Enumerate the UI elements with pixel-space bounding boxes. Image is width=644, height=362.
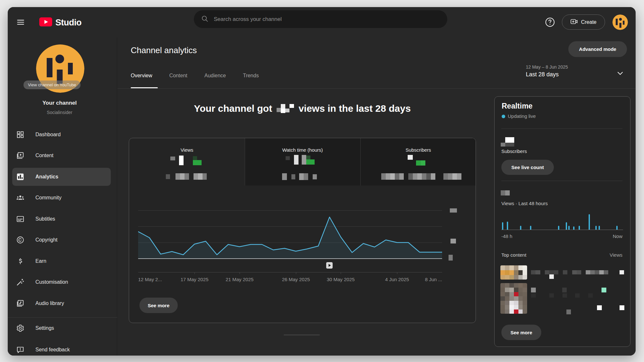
earn-dollar-icon — [16, 257, 24, 265]
view-channel-tooltip: View channel on YouTube — [24, 81, 80, 89]
sidebar: View channel on YouTube Your channel Soc… — [8, 37, 117, 356]
account-avatar[interactable] — [612, 14, 628, 30]
advanced-mode-button[interactable]: Advanced mode — [568, 41, 627, 57]
see-live-count-button[interactable]: See live count — [501, 160, 554, 175]
chevron-down-icon[interactable] — [616, 69, 624, 77]
realtime-bar — [520, 226, 521, 230]
page-title: Channel analytics — [131, 45, 197, 55]
tab-content[interactable]: Content — [169, 73, 187, 86]
redacted-watch-time-value — [286, 155, 316, 166]
x-axis-tick — [397, 272, 397, 274]
redacted-watch-time-comparison — [282, 173, 317, 180]
chart-see-more-button[interactable]: See more — [139, 298, 178, 313]
realtime-bar — [558, 226, 559, 230]
audio-library-icon — [16, 299, 24, 308]
x-axis-label: 17 May 2025 — [181, 277, 209, 282]
tab-overview[interactable]: Overview — [131, 73, 152, 86]
video-published-marker-icon[interactable] — [326, 262, 333, 269]
help-button[interactable] — [545, 17, 555, 28]
channel-title: Your channel — [8, 100, 111, 106]
sidebar-item-analytics[interactable]: Analytics — [8, 169, 117, 185]
tab-audience[interactable]: Audience — [204, 73, 226, 86]
realtime-divider — [501, 129, 622, 129]
sidebar-label: Customisation — [35, 279, 68, 285]
hamburger-menu-icon[interactable] — [16, 18, 25, 27]
sidebar-item-subtitles[interactable]: Subtitles — [8, 211, 117, 227]
sidebar-item-send-feedback[interactable]: Send feedback — [8, 342, 117, 356]
tabs-divider — [118, 88, 636, 89]
sidebar-item-earn[interactable]: Earn — [8, 253, 117, 269]
redacted-y-axis-label — [450, 239, 456, 243]
x-axis-label: 30 May 2025 — [327, 277, 355, 282]
headline-prefix: Your channel got — [194, 103, 272, 114]
analytics-tabs: Overview Content Audience Trends — [131, 73, 259, 86]
tab-trends[interactable]: Trends — [243, 73, 259, 86]
x-axis-label: 21 May 2025 — [226, 277, 254, 282]
sidebar-label: Dashboard — [35, 132, 61, 138]
sidebar-item-settings[interactable]: Settings — [8, 320, 117, 336]
sidebar-item-copyright[interactable]: Copyright — [8, 232, 117, 248]
sidebar-label: Community — [35, 195, 62, 201]
content-icon — [16, 151, 24, 160]
x-axis-tick — [341, 272, 341, 274]
views-column-header: Views — [610, 252, 622, 258]
redacted-subscribers-value — [408, 155, 426, 166]
x-axis-label: 12 May 2... — [138, 277, 162, 282]
date-preset-text: Last 28 days — [526, 71, 568, 78]
logo-text: Studio — [55, 18, 81, 28]
sidebar-label: Audio library — [35, 300, 64, 306]
sidebar-item-dashboard[interactable]: Dashboard — [8, 127, 117, 142]
main-content: Channel analytics Advanced mode 12 May –… — [118, 37, 636, 356]
metric-title: Subscribers — [360, 147, 476, 153]
search-input[interactable]: Search across your channel — [194, 10, 447, 28]
sidebar-label: Analytics — [35, 174, 58, 180]
realtime-bar — [502, 222, 503, 230]
realtime-bar — [573, 226, 574, 230]
realtime-divider — [501, 181, 622, 181]
realtime-axis-end: Now — [613, 233, 622, 239]
realtime-axis-start: -48 h — [501, 233, 512, 239]
channel-name: Socialinsider — [8, 110, 111, 115]
create-label: Create — [581, 19, 596, 25]
live-dot-icon — [502, 115, 505, 118]
x-axis-label: 4 Jun 2025 — [385, 277, 409, 282]
realtime-bars-chart[interactable] — [501, 214, 623, 230]
realtime-bar — [616, 226, 618, 230]
subtitles-icon — [16, 215, 24, 223]
realtime-see-more-button[interactable]: See more — [501, 325, 541, 340]
updating-live-text: Updating live — [508, 113, 536, 119]
top-content-thumbnail[interactable] — [500, 283, 527, 314]
x-axis-tick — [296, 272, 296, 274]
sidebar-item-audio-library[interactable]: Audio library — [8, 296, 117, 311]
copyright-icon — [16, 236, 24, 244]
views-line-chart[interactable] — [138, 206, 442, 259]
metric-divider — [360, 138, 361, 186]
sidebar-item-content[interactable]: Content — [8, 148, 117, 163]
date-range-selector[interactable]: 12 May – 8 Jun 2025 Last 28 days — [526, 64, 568, 78]
dashboard-icon — [16, 130, 24, 139]
sidebar-item-community[interactable]: Community — [8, 190, 117, 205]
redacted-views-value — [170, 156, 203, 167]
realtime-bar — [599, 226, 600, 230]
sidebar-label: Content — [35, 153, 53, 158]
create-video-icon — [570, 18, 578, 27]
redacted-y-axis-label — [450, 208, 457, 213]
top-content-thumbnail[interactable] — [500, 265, 527, 280]
create-button[interactable]: Create — [562, 14, 605, 30]
scroll-handle — [284, 335, 320, 335]
top-content-header: Top content — [501, 252, 526, 258]
redacted-subscribers-comparison — [381, 173, 462, 180]
youtube-studio-logo[interactable]: Studio — [39, 17, 81, 28]
realtime-bar — [568, 226, 570, 230]
headline: Your channel got views in the last 28 da… — [129, 103, 476, 114]
date-range-text: 12 May – 8 Jun 2025 — [526, 64, 568, 70]
feedback-icon — [16, 346, 24, 354]
analytics-icon — [16, 173, 24, 181]
redacted-y-axis-label — [449, 255, 453, 261]
realtime-bar — [579, 226, 580, 230]
youtube-play-icon — [39, 17, 52, 28]
realtime-bar — [530, 226, 531, 230]
sidebar-item-customisation[interactable]: Customisation — [8, 274, 117, 290]
topbar: Studio Search across your channel Create — [8, 7, 636, 37]
realtime-card: Realtime Updating live Subscribers See l… — [494, 96, 630, 347]
